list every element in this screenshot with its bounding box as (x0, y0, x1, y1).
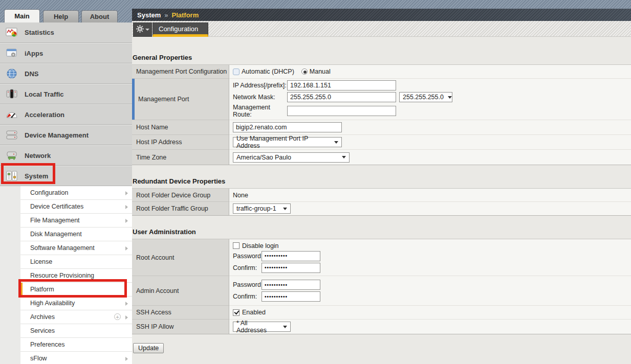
sidebar-item-label: DNS (25, 70, 38, 78)
row-label-admin-account: Admin Account (132, 276, 229, 306)
submenu-item-platform[interactable]: Platform (20, 283, 132, 297)
management-route-input[interactable] (287, 106, 396, 116)
submenu-item-license[interactable]: License (20, 255, 132, 269)
row-label-root-account: Root Account (132, 239, 229, 276)
root-confirm-label: Confirm: (233, 264, 262, 271)
sidebar-item-acceleration[interactable]: Acceleration (0, 104, 132, 125)
sidebar-item-iapps[interactable]: iApps (0, 43, 132, 63)
breadcrumb: System » Platform (132, 9, 631, 21)
network-mask-input[interactable] (287, 92, 396, 102)
radio-manual[interactable] (301, 69, 308, 75)
ssh-ip-allow-select[interactable]: * All Addresses (233, 322, 291, 332)
submenu-item-device-certificates[interactable]: Device Certificates (20, 200, 132, 214)
ssh-ip-allow-select-value: * All Addresses (236, 320, 279, 334)
disable-login-checkbox[interactable] (233, 242, 240, 249)
gear-menu-button[interactable] (133, 22, 152, 37)
plus-circle-icon[interactable]: + (114, 313, 121, 320)
submenu-item-sflow[interactable]: sFlow (20, 352, 132, 364)
submenu-item-services[interactable]: Services (20, 324, 132, 338)
local-traffic-icon (5, 88, 18, 100)
section-title-general-properties: General Properties (132, 54, 631, 64)
section-title-user-administration: User Administration (132, 228, 631, 239)
tab-about[interactable]: About (81, 10, 118, 22)
acceleration-icon (5, 108, 18, 121)
row-label-time-zone: Time Zone (132, 150, 229, 165)
management-port-label-text: Management Port (136, 96, 189, 103)
statistics-icon (5, 27, 18, 39)
tab-main[interactable]: Main (4, 9, 40, 22)
network-mask-select[interactable]: 255.255.255.0 (399, 92, 452, 102)
submenu-item-software-management[interactable]: Software Management (20, 241, 132, 255)
admin-confirm-input[interactable] (262, 291, 320, 302)
submenu-item-file-management[interactable]: File Management (20, 214, 132, 228)
root-password-label: Password: (233, 253, 262, 260)
sidebar-item-system[interactable]: System (0, 166, 132, 186)
traffic-group-select[interactable]: traffic-group-1 (233, 203, 291, 214)
submenu-item-label: Archives (30, 313, 55, 321)
sidebar-item-statistics[interactable]: Statistics (0, 22, 132, 43)
admin-password-input[interactable] (262, 280, 320, 290)
dns-icon (5, 67, 18, 80)
tab-configuration[interactable]: Configuration (153, 22, 208, 37)
ssh-enabled-checkbox[interactable] (233, 309, 240, 316)
row-label-root-folder-device-group: Root Folder Device Group (132, 189, 229, 202)
submenu-item-label: File Management (30, 217, 80, 224)
host-ip-address-select-value: Use Management Port IP Address (236, 135, 330, 149)
sidebar-item-label: Device Management (25, 131, 89, 139)
tab-help[interactable]: Help (43, 10, 79, 22)
update-button[interactable]: Update (133, 343, 164, 353)
device-management-icon (5, 129, 18, 141)
submenu-left-gutter (0, 186, 20, 364)
sidebar-item-label: System (25, 172, 48, 180)
management-port-accent-bar (132, 79, 135, 120)
sidebar-item-label: Acceleration (25, 111, 64, 119)
sidebar-item-label: Network (25, 152, 51, 160)
network-icon (5, 149, 18, 162)
host-ip-address-select[interactable]: Use Management Port IP Address (233, 137, 342, 147)
root-folder-device-group-value: None (229, 189, 631, 202)
root-confirm-input[interactable] (262, 263, 320, 273)
radio-automatic-dhcp-label: Automatic (DHCP) (242, 68, 294, 75)
chevron-down-icon (145, 29, 149, 31)
host-name-input[interactable] (233, 122, 342, 132)
caret-down-icon (334, 141, 338, 144)
caret-down-icon (283, 208, 287, 210)
submenu-item-high-availability[interactable]: High Availability (20, 297, 132, 310)
time-zone-select[interactable]: America/Sao Paulo (233, 152, 350, 163)
radio-automatic-dhcp[interactable] (233, 69, 240, 75)
breadcrumb-section[interactable]: System (137, 11, 161, 19)
root-folder-traffic-group-value: traffic-group-1 (229, 202, 631, 215)
ssh-ip-allow-value: * All Addresses (229, 320, 631, 334)
breadcrumb-separator: » (164, 11, 168, 19)
ssh-access-value: Enabled (229, 306, 631, 320)
sidebar-item-local-traffic[interactable]: Local Traffic (0, 84, 132, 104)
redundant-device-properties-table: Root Folder Device Group None Root Folde… (132, 188, 631, 216)
disable-login-label: Disable login (242, 242, 279, 249)
submenu-item-resource-provisioning[interactable]: Resource Provisioning (20, 269, 132, 283)
admin-confirm-label: Confirm: (233, 293, 262, 300)
root-password-input[interactable] (262, 251, 320, 261)
ip-address-input[interactable] (287, 80, 396, 90)
submenu-item-archives[interactable]: Archives+ (20, 310, 132, 324)
platform-configuration-page: Main Help About Statistics iApps (0, 0, 631, 364)
row-label-host-ip-address: Host IP Address (132, 135, 229, 150)
submenu-item-disk-management[interactable]: Disk Management (20, 228, 132, 241)
sidebar-item-dns[interactable]: DNS (0, 63, 132, 84)
breadcrumb-page: Platform (171, 11, 199, 19)
sidebar-item-label: iApps (25, 50, 43, 57)
sidebar-item-network[interactable]: Network (0, 145, 132, 166)
sidebar-item-device-management[interactable]: Device Management (0, 125, 132, 145)
caret-down-icon (448, 96, 452, 99)
submenu-item-preferences[interactable]: Preferences (20, 338, 132, 352)
submenu-item-configuration[interactable]: Configuration (20, 186, 132, 200)
page-tab-strip: Configuration (132, 21, 631, 37)
row-label-ssh-ip-allow: SSH IP Allow (132, 320, 229, 334)
chevron-right-icon (125, 219, 128, 223)
caret-down-icon (342, 156, 346, 158)
ssh-enabled-label: Enabled (242, 309, 266, 316)
management-port-configuration-value: Automatic (DHCP) Manual (229, 65, 631, 79)
time-zone-value: America/Sao Paulo (229, 150, 631, 165)
chevron-right-icon (125, 302, 128, 306)
host-name-value (229, 120, 631, 135)
management-route-label: Management Route: (233, 104, 287, 118)
